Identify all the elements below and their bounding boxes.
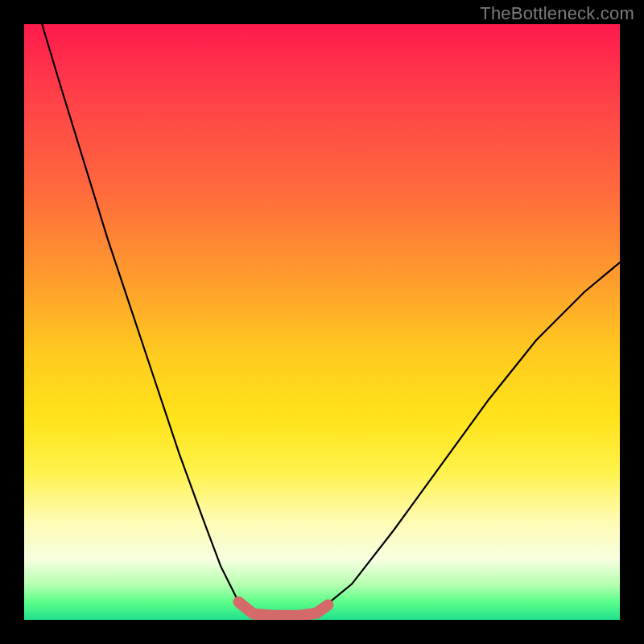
curve-layer	[24, 24, 620, 620]
bottleneck-curve	[42, 24, 620, 616]
plot-area	[24, 24, 620, 620]
valley-highlight	[238, 602, 328, 616]
watermark-text: TheBottleneck.com	[480, 3, 634, 24]
chart-frame: TheBottleneck.com	[0, 0, 644, 644]
